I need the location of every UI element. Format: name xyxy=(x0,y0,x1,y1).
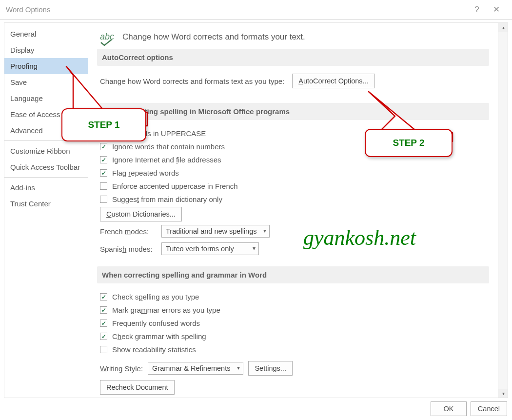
writing-style-label: Writing Style: xyxy=(100,364,143,373)
main-panel: General Display Proofing Save Language E… xyxy=(4,22,508,398)
title-bar: Word Options ? ✕ xyxy=(0,0,512,20)
french-modes-dropdown[interactable]: Traditional and new spellings xyxy=(161,225,270,238)
sidebar-item-proofing[interactable]: Proofing xyxy=(4,58,88,74)
spanish-modes-label: Spanish modes: xyxy=(100,245,157,253)
mark-grammar-label: Mark grammar errors as you type xyxy=(112,306,220,314)
annotation-step2: STEP 2 xyxy=(365,129,453,157)
ignore-numbers-checkbox[interactable] xyxy=(100,143,107,150)
sidebar-item-quick-access-toolbar[interactable]: Quick Access Toolbar xyxy=(4,159,88,175)
check-grammar-spelling-checkbox[interactable] xyxy=(100,333,107,340)
section-office-spelling-head: en correcting spelling in Microsoft Offi… xyxy=(97,103,489,120)
suggest-main-dict-label: Suggest from main dictionary only xyxy=(112,195,222,203)
cancel-button[interactable]: Cancel xyxy=(471,401,507,416)
content-area: abc Change how Word corrects and formats… xyxy=(88,23,498,398)
sidebar: General Display Proofing Save Language E… xyxy=(4,23,88,398)
scroll-down-icon[interactable]: ▾ xyxy=(498,389,508,398)
ignore-internet-label: Ignore Internet and file addresses xyxy=(112,156,221,164)
sidebar-item-save[interactable]: Save xyxy=(4,74,88,90)
flag-repeated-label: Flag repeated words xyxy=(112,169,179,177)
sidebar-separator xyxy=(4,177,88,178)
writing-style-dropdown[interactable]: Grammar & Refinements xyxy=(148,362,243,375)
sidebar-item-display[interactable]: Display xyxy=(4,42,88,58)
scroll-up-icon[interactable]: ▴ xyxy=(498,23,508,32)
sidebar-item-trust-center[interactable]: Trust Center xyxy=(4,196,88,212)
watermark-text: gyankosh.net xyxy=(303,225,416,250)
enforce-accented-checkbox[interactable] xyxy=(100,182,107,190)
flag-repeated-checkbox[interactable] xyxy=(100,169,107,177)
ignore-numbers-label: Ignore words that contain numbers xyxy=(112,142,225,151)
settings-button[interactable]: Settings... xyxy=(248,361,292,376)
sidebar-item-customize-ribbon[interactable]: Customize Ribbon xyxy=(4,143,88,159)
dialog-footer: OK Cancel xyxy=(431,401,507,416)
help-icon[interactable]: ? xyxy=(467,0,487,20)
close-icon[interactable]: ✕ xyxy=(487,0,506,20)
frequently-confused-checkbox[interactable] xyxy=(100,320,107,327)
proofing-abc-icon: abc xyxy=(100,32,116,42)
spanish-modes-dropdown[interactable]: Tuteo verb forms only xyxy=(161,242,259,255)
window-title: Word Options xyxy=(6,5,50,14)
autocorrect-description: Change how Word corrects and formats tex… xyxy=(100,77,284,85)
check-grammar-spelling-label: Check grammar with spelling xyxy=(112,332,206,340)
enforce-accented-label: Enforce accented uppercase in French xyxy=(112,182,238,190)
custom-dictionaries-button[interactable]: Custom Dictionaries... xyxy=(100,207,182,221)
sidebar-item-general[interactable]: General xyxy=(4,26,88,42)
section-word-spelling-head: When correcting spelling and grammar in … xyxy=(97,266,489,283)
sidebar-item-add-ins[interactable]: Add-ins xyxy=(4,180,88,196)
page-title: Change how Word corrects and formats you… xyxy=(122,32,305,42)
frequently-confused-label: Frequently confused words xyxy=(112,319,200,327)
check-spelling-label: Check spelling as you type xyxy=(112,293,199,301)
ok-button[interactable]: OK xyxy=(431,401,467,416)
mark-grammar-checkbox[interactable] xyxy=(100,306,107,314)
check-spelling-checkbox[interactable] xyxy=(100,293,107,300)
sidebar-item-language[interactable]: Language xyxy=(4,90,88,106)
recheck-document-button[interactable]: Recheck Document xyxy=(100,380,175,395)
french-modes-label: French modes: xyxy=(100,227,157,236)
ignore-internet-checkbox[interactable] xyxy=(100,156,107,163)
autocorrect-options-button[interactable]: AutoCorrect Options... xyxy=(292,74,374,88)
vertical-scrollbar[interactable]: ▴ ▾ xyxy=(498,23,508,398)
ignore-uppercase-label: rds in UPPERCASE xyxy=(141,129,206,138)
readability-stats-label: Show readability statistics xyxy=(112,345,196,354)
section-autocorrect-head: AutoCorrect options xyxy=(97,49,489,66)
readability-stats-checkbox[interactable] xyxy=(100,346,107,353)
annotation-step1: STEP 1 xyxy=(61,108,146,141)
suggest-main-dict-checkbox[interactable] xyxy=(100,196,107,203)
